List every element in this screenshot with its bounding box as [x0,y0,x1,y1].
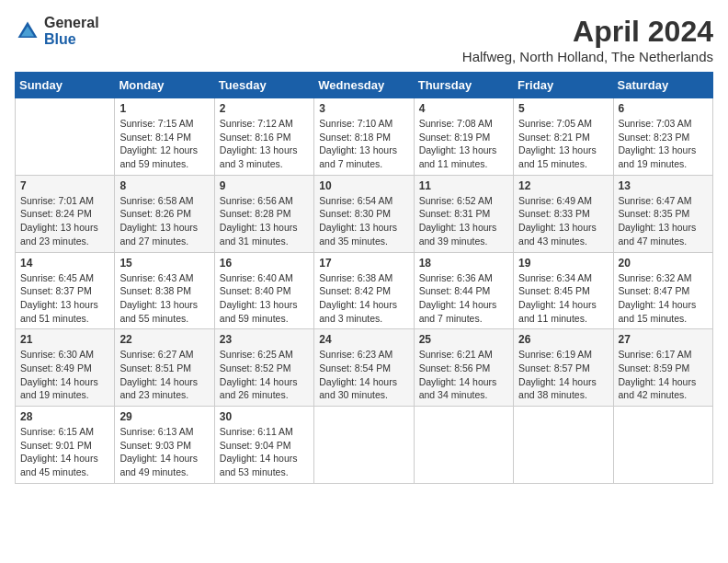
calendar-cell: 22Sunrise: 6:27 AM Sunset: 8:51 PM Dayli… [115,329,214,407]
calendar-cell: 30Sunrise: 6:11 AM Sunset: 9:04 PM Dayli… [214,407,313,484]
day-content: Sunrise: 6:23 AM Sunset: 8:54 PM Dayligh… [319,348,408,402]
day-number: 5 [518,102,608,115]
calendar-cell: 21Sunrise: 6:30 AM Sunset: 8:49 PM Dayli… [16,329,115,407]
calendar-cell: 7Sunrise: 7:01 AM Sunset: 8:24 PM Daylig… [16,175,115,252]
calendar-cell: 2Sunrise: 7:12 AM Sunset: 8:16 PM Daylig… [214,98,313,176]
day-number: 15 [119,257,209,270]
day-content: Sunrise: 6:27 AM Sunset: 8:51 PM Dayligh… [119,348,209,402]
calendar-cell [16,98,115,176]
calendar-cell: 11Sunrise: 6:52 AM Sunset: 8:31 PM Dayli… [414,175,513,252]
calendar-cell: 8Sunrise: 6:58 AM Sunset: 8:26 PM Daylig… [115,175,214,252]
calendar-cell: 29Sunrise: 6:13 AM Sunset: 9:03 PM Dayli… [115,407,214,484]
day-content: Sunrise: 6:17 AM Sunset: 8:59 PM Dayligh… [619,348,708,402]
day-number: 24 [319,333,408,346]
calendar-cell: 17Sunrise: 6:38 AM Sunset: 8:42 PM Dayli… [314,252,414,329]
day-content: Sunrise: 6:30 AM Sunset: 8:49 PM Dayligh… [20,348,109,402]
header-thursday: Thursday [414,73,513,98]
title-block: April 2024 Halfweg, North Holland, The N… [462,15,713,64]
day-number: 16 [220,257,309,270]
calendar-cell: 3Sunrise: 7:10 AM Sunset: 8:18 PM Daylig… [314,98,414,176]
calendar-week-5: 28Sunrise: 6:15 AM Sunset: 9:01 PM Dayli… [16,407,713,484]
calendar-cell [613,407,712,484]
calendar-cell [414,407,513,484]
day-content: Sunrise: 7:08 AM Sunset: 8:19 PM Dayligh… [419,117,508,171]
calendar-cell: 4Sunrise: 7:08 AM Sunset: 8:19 PM Daylig… [414,98,513,176]
header-saturday: Saturday [613,73,712,98]
calendar-cell: 16Sunrise: 6:40 AM Sunset: 8:40 PM Dayli… [214,252,313,329]
day-content: Sunrise: 6:15 AM Sunset: 9:01 PM Dayligh… [20,425,109,479]
calendar-week-2: 7Sunrise: 7:01 AM Sunset: 8:24 PM Daylig… [16,175,713,252]
day-content: Sunrise: 6:43 AM Sunset: 8:38 PM Dayligh… [119,271,209,326]
calendar-cell: 20Sunrise: 6:32 AM Sunset: 8:47 PM Dayli… [613,252,712,329]
day-content: Sunrise: 7:03 AM Sunset: 8:23 PM Dayligh… [619,117,708,171]
day-number: 18 [419,257,508,270]
calendar-cell [314,407,414,484]
day-number: 11 [419,179,508,192]
day-content: Sunrise: 6:45 AM Sunset: 8:37 PM Dayligh… [20,271,109,326]
calendar-table: SundayMondayTuesdayWednesdayThursdayFrid… [15,72,713,484]
calendar-subtitle: Halfweg, North Holland, The Netherlands [462,49,713,64]
day-number: 21 [20,333,109,346]
day-content: Sunrise: 6:25 AM Sunset: 8:52 PM Dayligh… [220,348,309,402]
calendar-cell: 26Sunrise: 6:19 AM Sunset: 8:57 PM Dayli… [514,329,613,407]
logo-general-text: General [44,15,99,31]
day-number: 3 [319,102,408,115]
header-friday: Friday [514,73,613,98]
day-content: Sunrise: 6:56 AM Sunset: 8:28 PM Dayligh… [220,194,309,248]
day-number: 26 [518,333,608,346]
day-number: 12 [518,179,608,192]
day-content: Sunrise: 7:10 AM Sunset: 8:18 PM Dayligh… [319,117,408,171]
day-number: 28 [20,410,109,423]
calendar-cell: 12Sunrise: 6:49 AM Sunset: 8:33 PM Dayli… [514,175,613,252]
day-number: 20 [619,257,708,270]
page-header: General Blue April 2024 Halfweg, North H… [15,15,713,64]
day-number: 22 [119,333,209,346]
day-content: Sunrise: 6:40 AM Sunset: 8:40 PM Dayligh… [220,271,309,326]
day-number: 27 [619,333,708,346]
header-monday: Monday [115,73,214,98]
day-content: Sunrise: 7:05 AM Sunset: 8:21 PM Dayligh… [518,117,608,171]
logo-icon [15,18,40,44]
calendar-cell: 1Sunrise: 7:15 AM Sunset: 8:14 PM Daylig… [115,98,214,176]
header-tuesday: Tuesday [214,73,313,98]
day-content: Sunrise: 6:38 AM Sunset: 8:42 PM Dayligh… [319,271,408,326]
day-content: Sunrise: 6:19 AM Sunset: 8:57 PM Dayligh… [518,348,608,402]
day-number: 10 [319,179,408,192]
day-number: 13 [619,179,708,192]
calendar-cell: 9Sunrise: 6:56 AM Sunset: 8:28 PM Daylig… [214,175,313,252]
calendar-cell: 13Sunrise: 6:47 AM Sunset: 8:35 PM Dayli… [613,175,712,252]
header-sunday: Sunday [16,73,115,98]
calendar-week-4: 21Sunrise: 6:30 AM Sunset: 8:49 PM Dayli… [16,329,713,407]
calendar-week-1: 1Sunrise: 7:15 AM Sunset: 8:14 PM Daylig… [16,98,713,176]
day-number: 9 [220,179,309,192]
day-number: 23 [220,333,309,346]
day-number: 17 [319,257,408,270]
calendar-cell: 14Sunrise: 6:45 AM Sunset: 8:37 PM Dayli… [16,252,115,329]
day-number: 30 [220,410,309,423]
calendar-cell: 6Sunrise: 7:03 AM Sunset: 8:23 PM Daylig… [613,98,712,176]
calendar-cell: 24Sunrise: 6:23 AM Sunset: 8:54 PM Dayli… [314,329,414,407]
header-wednesday: Wednesday [314,73,414,98]
day-content: Sunrise: 6:13 AM Sunset: 9:03 PM Dayligh… [119,425,209,479]
day-number: 25 [419,333,508,346]
calendar-cell: 19Sunrise: 6:34 AM Sunset: 8:45 PM Dayli… [514,252,613,329]
day-number: 6 [619,102,708,115]
calendar-cell: 25Sunrise: 6:21 AM Sunset: 8:56 PM Dayli… [414,329,513,407]
calendar-cell [514,407,613,484]
calendar-cell: 18Sunrise: 6:36 AM Sunset: 8:44 PM Dayli… [414,252,513,329]
day-content: Sunrise: 7:15 AM Sunset: 8:14 PM Dayligh… [119,117,209,171]
calendar-title: April 2024 [462,15,713,49]
day-number: 14 [20,257,109,270]
logo-blue-text: Blue [44,31,99,48]
day-content: Sunrise: 6:34 AM Sunset: 8:45 PM Dayligh… [518,271,608,326]
day-number: 4 [419,102,508,115]
calendar-cell: 23Sunrise: 6:25 AM Sunset: 8:52 PM Dayli… [214,329,313,407]
day-content: Sunrise: 6:52 AM Sunset: 8:31 PM Dayligh… [419,194,508,248]
calendar-cell: 27Sunrise: 6:17 AM Sunset: 8:59 PM Dayli… [613,329,712,407]
day-number: 2 [220,102,309,115]
day-content: Sunrise: 6:21 AM Sunset: 8:56 PM Dayligh… [419,348,508,402]
day-content: Sunrise: 7:12 AM Sunset: 8:16 PM Dayligh… [220,117,309,171]
calendar-cell: 15Sunrise: 6:43 AM Sunset: 8:38 PM Dayli… [115,252,214,329]
day-number: 29 [119,410,209,423]
calendar-cell: 28Sunrise: 6:15 AM Sunset: 9:01 PM Dayli… [16,407,115,484]
